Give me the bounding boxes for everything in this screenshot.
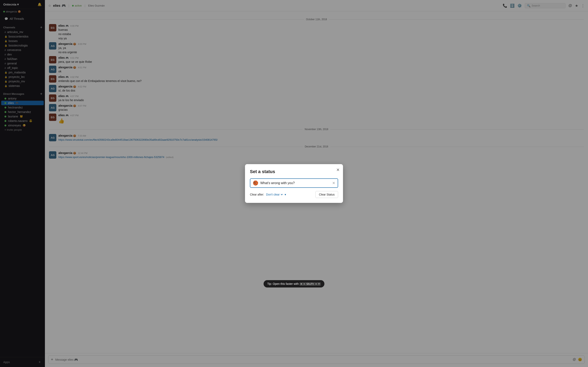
clear-status-button[interactable]: Clear Status [315, 191, 338, 198]
status-input-row: 🏀 ✕ [250, 178, 338, 188]
modal-footer: Clear after: Don't clear 30 minutes 1 ho… [250, 191, 338, 198]
clear-after-row: Clear after: Don't clear 30 minutes 1 ho… [250, 193, 286, 196]
clear-after-label: Clear after: [250, 193, 264, 196]
modal-title: Set a status [250, 169, 338, 174]
status-modal: ✕ Set a status 🏀 ✕ Clear after: Don't cl… [245, 164, 343, 203]
chevron-down-icon: ▾ [285, 193, 286, 196]
modal-close-button[interactable]: ✕ [336, 167, 340, 172]
shortcut-key: ⌘ + Shift + Y [300, 282, 321, 286]
clear-after-select[interactable]: Don't clear 30 minutes 1 hour 4 hours To… [265, 193, 283, 196]
status-emoji-picker[interactable]: 🏀 [253, 180, 258, 186]
keyboard-shortcut-tooltip: Tip: Open this faster with ⌘ + Shift + Y [264, 280, 324, 287]
modal-overlay[interactable]: ✕ Set a status 🏀 ✕ Clear after: Don't cl… [0, 0, 588, 367]
status-text-input[interactable] [260, 181, 330, 185]
clear-input-button[interactable]: ✕ [332, 181, 335, 185]
